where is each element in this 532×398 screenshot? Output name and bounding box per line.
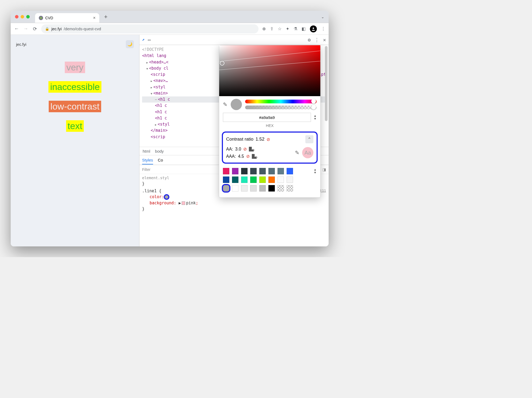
aaa-value: 4.5 — [238, 153, 244, 160]
aa-fail-icon: ⊘ — [243, 145, 247, 153]
devtools-menu-icon[interactable]: ⋮ — [314, 37, 319, 43]
saturation-field[interactable] — [219, 45, 320, 96]
format-switch-icon[interactable]: ▲▼ — [314, 114, 317, 120]
bg-swatch[interactable] — [182, 201, 185, 205]
palette-swatch[interactable] — [268, 177, 275, 183]
inspect-element-icon[interactable]: ⬈ — [142, 37, 145, 42]
devtools-panel: ⬈ ▭ ⚙ ⋮ ✕ <!DOCTYPE <html lang <head>…< … — [139, 35, 329, 246]
palette-swatch[interactable] — [250, 185, 257, 192]
contrast-ratio-value: 1.52 — [256, 137, 264, 142]
demo-line-1: very — [65, 62, 85, 73]
contrast-preview-badge: Aa — [302, 147, 313, 158]
palette-swatch[interactable] — [223, 177, 229, 183]
new-tab-button[interactable]: + — [104, 13, 108, 20]
back-button[interactable]: ← — [14, 26, 19, 32]
menu-icon[interactable]: ⋮ — [321, 26, 325, 31]
profile-avatar[interactable] — [310, 25, 317, 32]
bg-eyedropper-icon[interactable]: ✎ — [295, 149, 299, 156]
extensions-icon[interactable]: ✦ — [286, 26, 289, 31]
palette-swatch[interactable] — [250, 177, 257, 183]
palette-swatch[interactable] — [259, 177, 266, 183]
sidepanel-icon[interactable]: ◧ — [302, 26, 306, 31]
tab-styles[interactable]: Styles — [142, 158, 153, 164]
palette-swatch[interactable] — [232, 168, 238, 174]
scrollbar[interactable] — [325, 46, 328, 121]
palette-switch-icon[interactable]: ▲▼ — [314, 168, 317, 174]
palette-swatch[interactable] — [268, 185, 275, 192]
aaa-fix-icon[interactable] — [252, 154, 257, 159]
color-palette: ▲▼ — [219, 166, 320, 197]
maximize-window-button[interactable] — [26, 15, 30, 18]
dark-mode-toggle[interactable]: 🌙 — [126, 40, 134, 48]
page-logo: jec.fyi — [16, 42, 26, 47]
palette-swatch[interactable] — [241, 177, 248, 183]
aaa-label: AAA: — [226, 153, 236, 160]
breadcrumb-html[interactable]: html — [143, 149, 150, 153]
close-window-button[interactable] — [15, 15, 18, 18]
palette-swatch[interactable] — [232, 177, 238, 183]
palette-swatch[interactable] — [278, 168, 284, 174]
tab-title: CVD — [45, 16, 53, 20]
share-icon[interactable]: ⇧ — [270, 26, 273, 31]
hue-slider[interactable] — [245, 100, 317, 103]
color-picker: ✎ ▲▼ HEX Contrast ratio — [219, 45, 321, 198]
contrast-fail-icon: ⊘ — [267, 137, 270, 142]
demo-line-2: inaccessible — [48, 81, 101, 93]
contrast-ratio-label: Contrast ratio — [226, 137, 253, 142]
color-swatch[interactable] — [165, 195, 168, 199]
settings-icon[interactable]: ⚙ — [308, 37, 311, 43]
zoom-icon[interactable]: ⊕ — [262, 26, 266, 31]
browser-tab[interactable]: CVD × — [35, 13, 99, 23]
palette-swatch[interactable] — [278, 177, 284, 183]
reload-button[interactable]: ⟳ — [32, 26, 37, 32]
palette-swatch[interactable] — [278, 185, 284, 192]
devtools-toolbar: ⬈ ▭ ⚙ ⋮ ✕ — [139, 35, 329, 45]
palette-swatch[interactable] — [232, 185, 238, 192]
close-devtools-icon[interactable]: ✕ — [323, 37, 326, 43]
hex-input[interactable] — [223, 113, 311, 122]
palette-swatch[interactable] — [241, 168, 248, 174]
device-toggle-icon[interactable]: ▭ — [148, 37, 151, 42]
eyedropper-icon[interactable]: ✎ — [223, 101, 227, 108]
palette-swatch[interactable] — [287, 168, 293, 174]
titlebar: CVD × + ⌄ — [11, 11, 329, 23]
browser-window: CVD × + ⌄ ← → ⟳ 🔒 jec.fyi/demo/cds-quest… — [11, 11, 329, 246]
palette-swatch[interactable] — [259, 185, 266, 192]
aa-fix-icon[interactable] — [249, 147, 254, 152]
styles-filter-input[interactable]: Filter — [142, 167, 150, 172]
palette-swatch[interactable] — [223, 168, 229, 174]
alpha-slider[interactable] — [245, 106, 317, 109]
lock-icon[interactable]: 🔒 — [45, 27, 49, 31]
palette-swatch[interactable] — [241, 185, 248, 192]
palette-swatch[interactable] — [287, 177, 293, 183]
saturation-cursor[interactable] — [220, 61, 225, 66]
labs-icon[interactable]: ⚗ — [294, 26, 297, 31]
url-domain: jec.fyi — [51, 27, 62, 31]
browser-toolbar: ← → ⟳ 🔒 jec.fyi/demo/cds-quest-cvd ⊕ ⇧ ☆… — [11, 23, 329, 35]
close-tab-icon[interactable]: × — [93, 16, 96, 20]
url-path: /demo/cds-quest-cvd — [64, 27, 101, 31]
hex-format-label: HEX — [219, 123, 320, 130]
bookmark-icon[interactable]: ☆ — [278, 26, 282, 31]
minimize-window-button[interactable] — [21, 15, 24, 18]
contrast-panel: Contrast ratio 1.52 ⊘ ⌃ AA: 3.0 ⊘ — [222, 132, 318, 164]
forward-button[interactable]: → — [23, 26, 28, 32]
aaa-fail-icon: ⊘ — [246, 153, 250, 160]
tabs-dropdown-icon[interactable]: ⌄ — [321, 15, 324, 19]
address-bar[interactable]: 🔒 jec.fyi/demo/cds-quest-cvd — [41, 24, 259, 33]
palette-swatch[interactable] — [268, 168, 275, 174]
palette-swatch[interactable] — [259, 168, 266, 174]
palette-row-2 — [223, 177, 317, 183]
color-preview-swatch — [231, 99, 242, 110]
window-controls — [15, 15, 30, 18]
tab-computed[interactable]: Co — [158, 158, 163, 162]
palette-swatch[interactable] — [287, 185, 293, 192]
contrast-collapse-button[interactable]: ⌃ — [305, 135, 313, 143]
palette-swatch[interactable] — [223, 185, 229, 192]
palette-swatch[interactable] — [250, 168, 257, 174]
palette-row-1: ▲▼ — [223, 168, 317, 174]
demo-line-3: low-contrast — [49, 101, 101, 112]
styles-pane-icon[interactable]: ◨ — [322, 167, 326, 172]
aa-value: 3.0 — [235, 145, 241, 153]
breadcrumb-body[interactable]: body — [155, 149, 164, 153]
